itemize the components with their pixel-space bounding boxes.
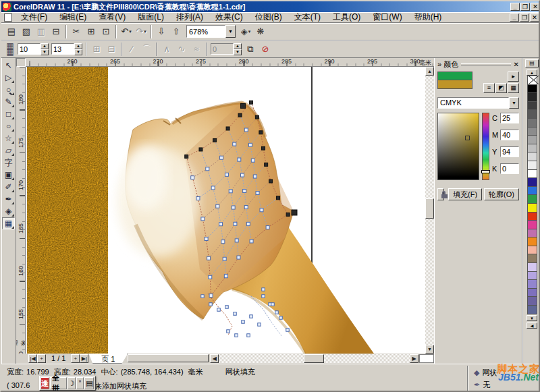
open-button[interactable]: ▧: [19, 24, 34, 38]
mesh-node[interactable]: [196, 197, 200, 200]
mesh-node[interactable]: [191, 176, 194, 179]
page-tab[interactable]: 页 1: [88, 354, 128, 364]
color-swatch[interactable]: [527, 109, 537, 119]
mesh-node[interactable]: [276, 196, 279, 200]
lock-icon[interactable]: [437, 188, 444, 200]
mesh-node[interactable]: [237, 256, 240, 259]
drawing-viewport[interactable]: [26, 67, 425, 354]
channel-value-input[interactable]: 0: [500, 163, 519, 174]
mesh-node[interactable]: [262, 146, 265, 150]
menu-item-11[interactable]: 帮助(H): [408, 11, 448, 24]
banana-drawing[interactable]: [26, 67, 425, 354]
mesh-node[interactable]: [279, 316, 283, 320]
zoom-level-combo[interactable]: ▼: [186, 25, 236, 38]
mesh-node[interactable]: [269, 179, 273, 183]
mesh-node[interactable]: [238, 113, 242, 117]
mesh-node[interactable]: [205, 237, 208, 240]
horizontal-scrollbar[interactable]: [219, 354, 410, 363]
channel-value-input[interactable]: 40: [500, 130, 519, 140]
fill-tool[interactable]: ◈: [2, 205, 15, 217]
mesh-node[interactable]: [247, 334, 250, 337]
mesh-node[interactable]: [256, 192, 259, 195]
last-page-button[interactable]: ▶|: [80, 354, 88, 363]
no-color-swatch[interactable]: [527, 76, 537, 85]
mesh-node[interactable]: [255, 115, 259, 119]
docker-flyout-button[interactable]: ▸: [508, 72, 519, 82]
mesh-node[interactable]: [229, 190, 232, 193]
scroll-right-button[interactable]: ▶: [410, 354, 418, 363]
mesh-node[interactable]: [234, 312, 237, 316]
vertical-scrollbar[interactable]: ▲ ▼: [425, 67, 434, 354]
mesh-node[interactable]: [266, 226, 269, 229]
mesh-node[interactable]: [201, 295, 205, 298]
mesh-node[interactable]: [244, 206, 248, 209]
mesh-node[interactable]: [219, 223, 223, 226]
color-swatch[interactable]: [527, 288, 537, 298]
mesh-node[interactable]: [248, 143, 252, 146]
color-swatch[interactable]: [527, 92, 537, 102]
mesh-node[interactable]: [217, 308, 221, 312]
shape-tool[interactable]: ▷: [2, 72, 15, 84]
mesh-node[interactable]: [250, 315, 253, 318]
mesh-node[interactable]: [275, 311, 279, 314]
mesh-node[interactable]: [292, 210, 297, 215]
mesh-node[interactable]: [241, 173, 244, 177]
mesh-node[interactable]: [265, 163, 268, 166]
first-page-button[interactable]: |◀: [28, 354, 37, 363]
scroll-left-button[interactable]: ◀: [210, 354, 219, 363]
mesh-node[interactable]: [235, 239, 238, 242]
mesh-node[interactable]: [244, 128, 248, 132]
application-launcher-button[interactable]: ◈▾: [238, 24, 253, 38]
mesh-node[interactable]: [227, 330, 230, 333]
freehand-tool[interactable]: ✎: [2, 96, 15, 108]
paste-button[interactable]: ⊡: [99, 24, 113, 38]
color-swatch[interactable]: [527, 144, 537, 153]
pick-tool[interactable]: ↖: [2, 59, 15, 72]
menu-item-10[interactable]: 窗口(W): [367, 11, 408, 24]
color-swatch[interactable]: [527, 203, 537, 213]
menu-item-1[interactable]: 文件(F): [15, 11, 53, 24]
doc-restore-button[interactable]: ❐: [520, 13, 529, 22]
fill-button[interactable]: 填充(F): [448, 188, 482, 200]
mesh-node[interactable]: [226, 127, 230, 130]
color-swatch[interactable]: [527, 271, 537, 281]
basic-shapes-tool[interactable]: ▱: [2, 144, 15, 157]
doc-minimize-button[interactable]: _: [510, 13, 519, 22]
docker-close-icon[interactable]: ✕: [514, 61, 519, 68]
export-button[interactable]: ⇧: [169, 24, 184, 38]
hue-slider[interactable]: [482, 113, 489, 180]
mesh-node[interactable]: [233, 142, 236, 146]
menu-item-2[interactable]: 编辑(E): [53, 11, 92, 24]
ellipse-tool[interactable]: ○: [2, 120, 15, 132]
mesh-node[interactable]: [213, 138, 217, 142]
ime-fullhalf-icon[interactable]: ☽: [68, 377, 76, 389]
color-swatch[interactable]: [527, 135, 537, 144]
stepper-arrows[interactable]: ▲▼: [74, 43, 82, 55]
color-model-combo[interactable]: CMYK ▼: [437, 97, 519, 109]
menu-item-4[interactable]: 版面(L): [132, 11, 170, 24]
text-tool[interactable]: 字: [2, 157, 15, 169]
interactive-mesh-fill-tool[interactable]: ▦: [2, 217, 15, 229]
color-swatch[interactable]: [527, 152, 537, 161]
ime-punctuation-icon[interactable]: ”: [76, 377, 84, 389]
doc-close-button[interactable]: ✕: [530, 13, 539, 22]
polygon-tool[interactable]: ☆: [2, 132, 15, 144]
stepper-arrows[interactable]: ▲▼: [40, 43, 49, 55]
color-swatch[interactable]: [527, 127, 537, 136]
mesh-node[interactable]: [225, 173, 228, 176]
mesh-node[interactable]: [251, 159, 254, 162]
grid_cols-stepper[interactable]: ▲▼: [51, 43, 82, 55]
mesh-node[interactable]: [243, 190, 246, 193]
color-field-marker[interactable]: [465, 136, 470, 140]
docker-chevron[interactable]: »: [437, 60, 441, 68]
show-color-sliders-button[interactable]: ≡: [483, 83, 495, 93]
mesh-node[interactable]: [224, 275, 227, 278]
mesh-node[interactable]: [286, 213, 290, 216]
mesh-node[interactable]: [258, 323, 261, 327]
eyedropper-tool[interactable]: ✐: [2, 181, 15, 193]
ime-logo-icon[interactable]: 逢: [40, 377, 49, 389]
mesh-node[interactable]: [253, 175, 256, 178]
clear-mesh-button[interactable]: ⊘: [258, 42, 273, 56]
mesh-node[interactable]: [241, 104, 246, 109]
mesh-node[interactable]: [211, 186, 215, 190]
